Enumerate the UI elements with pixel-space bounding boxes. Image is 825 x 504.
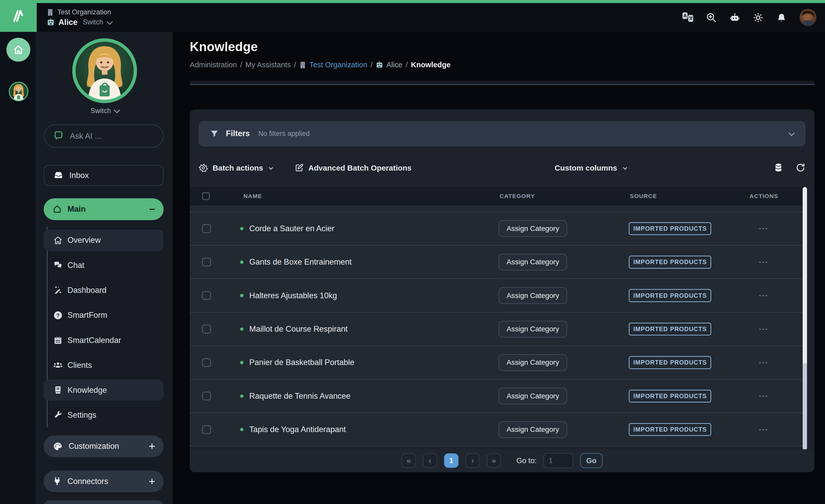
building-icon: [299, 61, 306, 68]
last-page-button[interactable]: »: [487, 453, 501, 468]
rail-home-button[interactable]: [6, 38, 30, 62]
next-page-button[interactable]: ›: [465, 453, 480, 468]
row-actions-menu[interactable]: •••: [748, 326, 797, 333]
translate-button[interactable]: A: [682, 12, 693, 23]
row-name[interactable]: Gants de Boxe Entrainement: [249, 258, 352, 267]
sidebar-item-smartcalendar[interactable]: SmartCalendar: [44, 330, 164, 351]
topbar: Test Organization Alice Switch: [37, 0, 825, 32]
knowledge-table: NAME CATEGORY SOURCE ACTIONS Corde a Sau…: [190, 187, 807, 446]
theme-toggle-button[interactable]: [753, 12, 763, 23]
row-actions-menu[interactable]: •••: [748, 225, 797, 232]
chevron-down-icon: [114, 107, 120, 113]
sidebar-item-knowledge[interactable]: Knowledge: [44, 380, 164, 401]
question-circle-icon: ?: [53, 310, 63, 320]
users-icon: [53, 360, 63, 370]
select-all-checkbox[interactable]: [202, 192, 210, 200]
refresh-button[interactable]: [796, 163, 805, 173]
row-checkbox[interactable]: [202, 291, 211, 300]
chevron-down-icon[interactable]: [789, 130, 795, 136]
sidebar-item-settings[interactable]: Settings: [44, 405, 164, 426]
row-name[interactable]: Panier de Basketball Portable: [249, 358, 355, 367]
row-checkbox[interactable]: [202, 325, 211, 334]
sidebar-section-connectors[interactable]: Connectors +: [44, 471, 164, 492]
goto-page-input[interactable]: [543, 453, 573, 468]
sidebar-item-smartform[interactable]: ? SmartForm: [44, 305, 164, 326]
app-logo[interactable]: [0, 0, 37, 32]
row-checkbox[interactable]: [202, 425, 211, 434]
assign-category-button[interactable]: Assign Category: [499, 287, 567, 304]
row-name[interactable]: Tapis de Yoga Antiderapant: [249, 425, 346, 434]
assign-category-button[interactable]: Assign Category: [499, 254, 567, 271]
row-name[interactable]: Corde a Sauter en Acier: [249, 224, 334, 233]
sidebar-section-partial[interactable]: [44, 500, 164, 504]
source-badge: IMPORTED PRODUCTS: [629, 289, 711, 302]
row-actions-menu[interactable]: •••: [748, 426, 797, 433]
breadcrumb-organization[interactable]: Test Organization: [309, 61, 367, 69]
row-checkbox[interactable]: [202, 358, 211, 367]
column-header-source[interactable]: SOURCE: [629, 193, 748, 200]
search-zoom-button[interactable]: [706, 12, 717, 23]
current-page-button[interactable]: 1: [444, 453, 458, 468]
row-actions-menu[interactable]: •••: [748, 259, 797, 266]
sidebar-item-chat[interactable]: Chat: [44, 255, 164, 276]
home-icon: [53, 235, 63, 245]
sidebar-item-clients[interactable]: Clients: [44, 355, 164, 376]
assign-category-button[interactable]: Assign Category: [499, 388, 567, 404]
ask-ai-input[interactable]: Ask AI ...: [44, 124, 164, 148]
assign-category-button[interactable]: Assign Category: [499, 354, 567, 371]
translate-lang-icon: [688, 15, 693, 22]
table-scrollbar[interactable]: [803, 187, 807, 449]
assign-category-button[interactable]: Assign Category: [499, 220, 567, 237]
database-view-button[interactable]: [774, 163, 783, 173]
user-avatar[interactable]: [800, 9, 817, 26]
table-header-row: NAME CATEGORY SOURCE ACTIONS: [190, 187, 807, 205]
row-name[interactable]: Maillot de Course Respirant: [249, 325, 348, 334]
row-checkbox[interactable]: [202, 224, 211, 233]
go-button[interactable]: Go: [580, 453, 603, 468]
row-actions-menu[interactable]: •••: [748, 292, 797, 299]
sidebar-item-overview[interactable]: Overview: [44, 230, 164, 251]
expand-icon[interactable]: +: [149, 475, 155, 488]
breadcrumb-administration[interactable]: Administration: [190, 61, 237, 69]
chat-bubble-icon: [54, 131, 63, 141]
status-dot: [240, 428, 243, 431]
row-actions-menu[interactable]: •••: [748, 392, 797, 400]
magic-wand-icon: [53, 285, 63, 295]
breadcrumb-current: Knowledge: [411, 61, 451, 69]
breadcrumb: Administration / My Assistants / Test Or…: [190, 61, 451, 69]
filters-bar[interactable]: Filters No filters applied: [199, 121, 805, 146]
assistant-switch[interactable]: Switch: [83, 18, 103, 26]
first-page-button[interactable]: «: [401, 453, 416, 468]
advanced-batch-operations-button[interactable]: Advanced Batch Operations: [295, 163, 412, 172]
rail-assistant-avatar[interactable]: [8, 81, 29, 102]
batch-actions-dropdown[interactable]: Batch actions: [199, 163, 272, 172]
row-name[interactable]: Raquette de Tennis Avancee: [249, 391, 351, 401]
column-header-category[interactable]: CATEGORY: [499, 193, 629, 200]
assistant-bot-button[interactable]: [730, 12, 740, 23]
collapse-icon[interactable]: −: [149, 204, 155, 215]
assistant-avatar[interactable]: [71, 37, 138, 104]
row-checkbox[interactable]: [202, 391, 211, 401]
assistant-switch-dropdown[interactable]: Switch: [37, 107, 172, 115]
column-header-name[interactable]: NAME: [213, 193, 499, 200]
assign-category-button[interactable]: Assign Category: [499, 421, 567, 438]
edit-square-icon: [295, 163, 304, 172]
sidebar-section-main[interactable]: Main −: [44, 198, 164, 220]
notifications-button[interactable]: [776, 12, 787, 23]
row-name[interactable]: Halteres Ajustables 10kg: [249, 291, 337, 300]
sidebar-section-customization[interactable]: Customization +: [44, 435, 164, 457]
sidebar-section-label: Connectors: [68, 477, 108, 486]
assign-category-button[interactable]: Assign Category: [499, 321, 567, 338]
chevron-down-icon[interactable]: [107, 18, 113, 24]
row-actions-menu[interactable]: •••: [748, 359, 797, 366]
scrollbar-thumb[interactable]: [803, 363, 807, 449]
row-checkbox[interactable]: [202, 258, 211, 267]
sidebar-item-dashboard[interactable]: Dashboard: [44, 280, 164, 301]
source-badge: IMPORTED PRODUCTS: [629, 322, 711, 336]
breadcrumb-my-assistants[interactable]: My Assistants: [245, 61, 291, 69]
breadcrumb-assistant[interactable]: Alice: [386, 61, 402, 69]
sidebar-item-inbox[interactable]: Inbox: [44, 165, 164, 186]
expand-icon[interactable]: +: [149, 440, 155, 453]
custom-columns-dropdown[interactable]: Custom columns: [554, 164, 626, 172]
prev-page-button[interactable]: ‹: [423, 453, 437, 468]
